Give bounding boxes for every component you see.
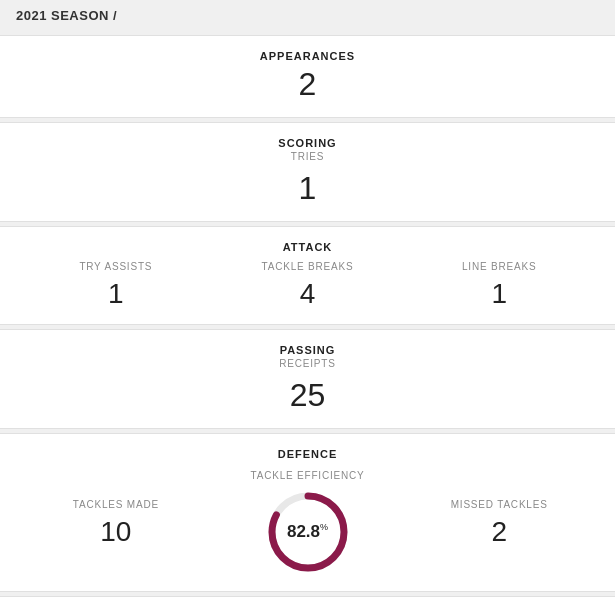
scoring-card: SCORING TRIES 1	[0, 122, 615, 222]
passing-value: 25	[20, 377, 595, 414]
attack-title: ATTACK	[20, 241, 595, 253]
attack-tackle-breaks: TACKLE BREAKS 4	[212, 261, 404, 310]
defence-tackle-efficiency: TACKLE EFFICIENCY 82.8%	[212, 470, 404, 577]
attack-cols: TRY ASSISTS 1 TACKLE BREAKS 4 LINE BREAK…	[20, 261, 595, 310]
tackle-breaks-value: 4	[212, 278, 404, 310]
scoring-title: SCORING	[20, 137, 595, 149]
scoring-subtitle: TRIES	[20, 151, 595, 162]
donut-chart: 82.8%	[263, 487, 353, 577]
appearances-card: APPEARANCES 2	[0, 35, 615, 118]
season-header: 2021 SEASON /	[0, 0, 615, 31]
passing-title: PASSING	[20, 344, 595, 356]
try-assists-label: TRY ASSISTS	[20, 261, 212, 272]
scoring-value: 1	[20, 170, 595, 207]
tackle-breaks-label: TACKLE BREAKS	[212, 261, 404, 272]
try-assists-value: 1	[20, 278, 212, 310]
appearances-value: 2	[20, 66, 595, 103]
tackles-made-value: 10	[20, 516, 212, 548]
donut-suffix: %	[320, 522, 328, 532]
donut-value: 82.8	[287, 522, 320, 541]
line-breaks-value: 1	[403, 278, 595, 310]
line-breaks-label: LINE BREAKS	[403, 261, 595, 272]
attack-card: ATTACK TRY ASSISTS 1 TACKLE BREAKS 4 LIN…	[0, 226, 615, 325]
donut-label: 82.8%	[287, 522, 328, 542]
tackles-made-label: TACKLES MADE	[20, 499, 212, 510]
defence-cols: TACKLES MADE 10 TACKLE EFFICIENCY 82.8%	[20, 470, 595, 577]
page-wrapper: 2021 SEASON / APPEARANCES 2 SCORING TRIE…	[0, 0, 615, 600]
tackle-efficiency-label: TACKLE EFFICIENCY	[212, 470, 404, 481]
appearances-title: APPEARANCES	[20, 50, 595, 62]
defence-title: DEFENCE	[20, 448, 595, 460]
attack-try-assists: TRY ASSISTS 1	[20, 261, 212, 310]
running-metres-card: RUNNING METRES AVERAGE RUNNING METRES 13…	[0, 596, 615, 600]
defence-card: DEFENCE TACKLES MADE 10 TACKLE EFFICIENC…	[0, 433, 615, 592]
passing-card: PASSING RECEIPTS 25	[0, 329, 615, 429]
season-label: 2021 SEASON /	[16, 8, 117, 23]
missed-tackles-value: 2	[403, 516, 595, 548]
passing-subtitle: RECEIPTS	[20, 358, 595, 369]
attack-line-breaks: LINE BREAKS 1	[403, 261, 595, 310]
defence-tackles-made: TACKLES MADE 10	[20, 499, 212, 548]
missed-tackles-label: MISSED TACKLES	[403, 499, 595, 510]
defence-missed-tackles: MISSED TACKLES 2	[403, 499, 595, 548]
